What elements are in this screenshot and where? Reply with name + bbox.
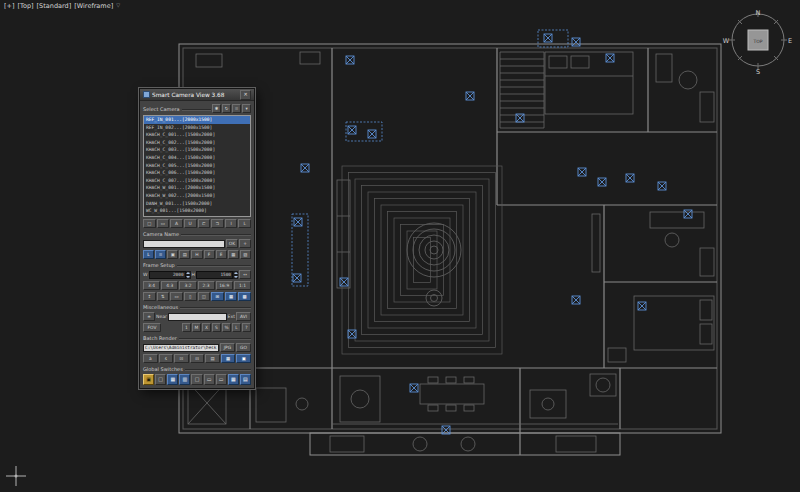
view-tool-button[interactable]: ≡ (155, 250, 166, 259)
output-path-input[interactable] (143, 344, 219, 352)
select-camera-tool-button[interactable]: ≡ (232, 104, 241, 113)
select-camera-tool-button[interactable]: ✱ (212, 104, 221, 113)
frame-tool-button[interactable]: ↥ (143, 292, 156, 301)
batch-tool-button[interactable]: s (159, 354, 174, 363)
camera-list-item[interactable]: KHACH_W_002...[2000x1500] (144, 192, 250, 200)
go-button[interactable]: GO (236, 343, 251, 352)
list-tool-button[interactable]: I (225, 219, 238, 228)
camera-list-item[interactable]: KHACH_C_007...[1500x2000] (144, 177, 250, 185)
furniture-wireframe (188, 52, 714, 452)
compass-west[interactable]: W (723, 37, 730, 45)
batch-tool-button[interactable]: ▣ (236, 354, 251, 363)
list-tool-button[interactable]: □ (143, 219, 156, 228)
global-switch-button[interactable]: ▤ (240, 374, 251, 385)
camera-list-item[interactable]: DANH_W_001...[1500x2000] (144, 200, 250, 208)
camera-name-add-button[interactable]: + (239, 239, 251, 248)
camera-list-item[interactable]: KHACH_C_005...[1500x2000] (144, 162, 250, 170)
near-input[interactable] (168, 313, 227, 321)
frame-tool-button[interactable]: ⊞ (211, 292, 224, 301)
list-tool-button[interactable]: ⊏ (198, 219, 211, 228)
fov-button[interactable]: FOV (143, 323, 161, 332)
fov-tool-button[interactable]: ? (242, 323, 251, 332)
viewport-menu-general[interactable]: [+] (4, 2, 15, 10)
format-button[interactable]: JPG (220, 343, 235, 352)
aspect-ratio-button[interactable]: 3:4 (143, 281, 160, 290)
global-switch-button[interactable]: ▣ (143, 374, 154, 385)
aspect-ratio-button[interactable]: 16:9 (216, 281, 233, 290)
fov-tool-button[interactable]: % (222, 323, 231, 332)
avi-button[interactable]: AVI (236, 312, 251, 321)
camera-list-item[interactable]: KHACH_C_001...[1500x2000] (144, 131, 250, 139)
camera-list-item[interactable]: KHACH_C_002...[1500x2000] (144, 139, 250, 147)
camera-list[interactable]: REF_IN_001...[2000x1500]REF_IN_002...[20… (143, 115, 251, 217)
fov-tool-button[interactable]: S (212, 323, 221, 332)
list-tool-button[interactable]: L (238, 219, 251, 228)
batch-tool-button[interactable]: ⊟ (190, 354, 205, 363)
viewport-menu-pov[interactable]: [Top] (18, 2, 34, 10)
global-switch-button[interactable]: ▭ (204, 374, 215, 385)
width-spinner[interactable]: 2000 (149, 271, 191, 279)
view-tool-button[interactable]: E (216, 250, 227, 259)
camera-list-item[interactable]: KHACH_C_003...[1500x2000] (144, 146, 250, 154)
global-switch-button[interactable]: ▭ (216, 374, 227, 385)
view-tool-button[interactable]: ▣ (167, 250, 178, 259)
list-tool-button[interactable]: A (170, 219, 183, 228)
fov-tool-button[interactable]: X (202, 323, 211, 332)
frame-tool-button[interactable]: ▯ (184, 292, 197, 301)
global-switch-button[interactable]: ▦ (228, 374, 239, 385)
aspect-ratio-button[interactable]: 2:3 (198, 281, 215, 290)
link-wh-button[interactable]: ↔ (239, 270, 251, 279)
batch-tool-button[interactable]: ▤ (205, 354, 220, 363)
list-tool-button[interactable]: ▭ (157, 219, 170, 228)
view-tool-button[interactable]: ▧ (240, 250, 251, 259)
close-button[interactable]: ✕ (240, 90, 251, 100)
select-camera-tool-button[interactable]: ▾ (242, 104, 251, 113)
frame-tool-button[interactable]: ▩ (238, 292, 251, 301)
global-switch-button[interactable]: □ (155, 374, 166, 385)
frame-tool-button[interactable]: ▦ (225, 292, 238, 301)
height-label: H (192, 272, 195, 277)
compass-north[interactable]: N (756, 9, 761, 17)
select-camera-label: Select Camera (143, 106, 211, 112)
list-tool-button[interactable]: ⊐ (211, 219, 224, 228)
viewport-menu-shading[interactable]: [Wireframe] (74, 2, 113, 10)
frame-tool-button[interactable]: ⇅ (157, 292, 170, 301)
batch-tool-button[interactable]: ▦ (221, 354, 236, 363)
camera-list-item[interactable]: REF_IN_001...[2000x1500] (144, 116, 250, 124)
view-tool-button[interactable]: F (204, 250, 215, 259)
global-switch-button[interactable]: ▥ (179, 374, 190, 385)
view-tool-button[interactable]: H (191, 250, 202, 259)
aspect-ratio-button[interactable]: 1:1 (234, 281, 251, 290)
dialog-titlebar[interactable]: Smart Camera View 3.68 ✕ (140, 89, 254, 101)
view-tool-button[interactable]: ▤ (179, 250, 190, 259)
frame-tool-button[interactable]: ◫ (198, 292, 211, 301)
viewport-menu-style[interactable]: [Standard] (37, 2, 72, 10)
camera-name-ok-button[interactable]: OK (226, 239, 238, 248)
misc-lock-button[interactable]: ± (143, 312, 155, 321)
camera-list-item[interactable]: KHACH_W_001...[2000x1500] (144, 184, 250, 192)
camera-list-item[interactable]: KHACH_C_006...[1500x2000] (144, 169, 250, 177)
camera-list-item[interactable]: REF_IN_002...[2000x1500] (144, 124, 250, 132)
view-tool-button[interactable]: ▦ (228, 250, 239, 259)
aspect-ratio-button[interactable]: 3:2 (179, 281, 196, 290)
global-switch-button[interactable]: □ (191, 374, 202, 385)
select-camera-tool-button[interactable]: ↻ (222, 104, 231, 113)
camera-name-input[interactable] (143, 240, 225, 248)
height-spinner[interactable]: 1500 (196, 271, 238, 279)
camera-list-item[interactable]: WC_W_001...[1500x2000] (144, 207, 250, 215)
compass-east[interactable]: E (788, 37, 792, 45)
view-tool-button[interactable]: L (143, 250, 154, 259)
camera-list-item[interactable]: KHACH_C_004...[1500x2000] (144, 154, 250, 162)
fov-tool-button[interactable]: M (192, 323, 201, 332)
batch-tool-button[interactable]: a (143, 354, 158, 363)
viewport-filter-icon[interactable]: ▽ (116, 2, 120, 10)
aspect-ratio-button[interactable]: 4:3 (161, 281, 178, 290)
fov-tool-button[interactable]: L (232, 323, 241, 332)
batch-tool-button[interactable]: ⊡ (174, 354, 189, 363)
frame-tool-button[interactable]: ▭ (170, 292, 183, 301)
fov-tool-button[interactable]: 1 (182, 323, 191, 332)
list-tool-button[interactable]: U (184, 219, 197, 228)
global-switch-button[interactable]: ▦ (167, 374, 178, 385)
compass-south[interactable]: S (756, 68, 760, 76)
viewcube-compass[interactable]: N S W E TOP (722, 4, 794, 76)
